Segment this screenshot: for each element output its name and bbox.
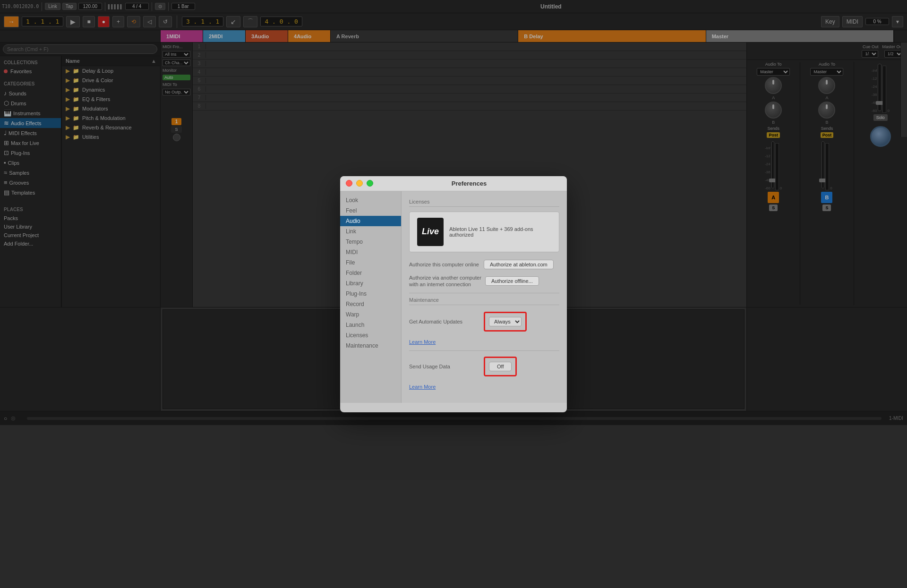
track-tab-2-midi[interactable]: 2 MIDI bbox=[203, 30, 246, 42]
pref-look[interactable]: Look bbox=[340, 195, 401, 205]
browser-item-delay[interactable]: ▶ 📁 Delay & Loop bbox=[62, 66, 160, 76]
category-midi-effects[interactable]: ♩MIDI Effects bbox=[0, 128, 61, 138]
delay-b-button[interactable]: B bbox=[821, 192, 832, 203]
zoom-dropdown[interactable]: ▾ bbox=[892, 16, 903, 27]
favorites-item[interactable]: Favorites bbox=[0, 67, 61, 76]
reverb-send-b-knob[interactable] bbox=[765, 102, 782, 119]
tap-button[interactable]: Tap bbox=[62, 3, 77, 10]
off-btn[interactable]: Off bbox=[489, 362, 512, 371]
updates-select[interactable]: Always bbox=[489, 317, 522, 326]
midi-button[interactable]: MIDI bbox=[842, 16, 863, 27]
overdub-button[interactable]: ⊙ bbox=[155, 3, 165, 10]
pref-maintenance[interactable]: Maintenance bbox=[340, 341, 401, 351]
master-fader[interactable] bbox=[878, 64, 881, 111]
pref-audio[interactable]: Audio bbox=[340, 216, 401, 226]
pref-plugins[interactable]: Plug-Ins bbox=[340, 289, 401, 299]
authorize-online-btn[interactable]: Authorize at ableton.com bbox=[484, 260, 554, 269]
midi-to-select[interactable]: No Outp... bbox=[163, 89, 190, 95]
browser-item-modulators[interactable]: ▶ 📁 Modulators bbox=[62, 104, 160, 113]
pref-midi[interactable]: MIDI bbox=[340, 247, 401, 257]
maximize-button[interactable] bbox=[367, 180, 373, 187]
authorize-offline-btn[interactable]: Authorize offline... bbox=[485, 276, 539, 286]
loop-curve[interactable]: ⌒ bbox=[243, 16, 257, 27]
s-button[interactable]: S bbox=[171, 126, 181, 133]
clip-num-button[interactable]: 1 bbox=[171, 118, 182, 125]
loop-icon-button[interactable]: ↺ bbox=[159, 16, 172, 27]
sort-icon[interactable]: ▲ bbox=[151, 58, 156, 64]
delay-post-btn[interactable]: Post bbox=[821, 132, 834, 138]
key-button[interactable]: Key bbox=[821, 16, 839, 27]
browser-item-drive[interactable]: ▶ 📁 Drive & Color bbox=[62, 76, 160, 85]
category-sounds[interactable]: ♪Sounds bbox=[0, 88, 61, 98]
close-button[interactable] bbox=[346, 180, 352, 187]
reverb-audio-to-select[interactable]: Master bbox=[757, 68, 790, 76]
reverb-post-btn[interactable]: Post bbox=[767, 132, 780, 138]
track-tab-4-audio[interactable]: 4 Audio bbox=[288, 30, 331, 42]
delay-solo-btn[interactable]: S bbox=[822, 205, 831, 211]
preferences-modal[interactable]: Preferences Look Feel Audio Link Tempo M… bbox=[340, 176, 567, 412]
play-button[interactable]: ▶ bbox=[66, 16, 80, 27]
delay-send-b-knob[interactable] bbox=[818, 102, 835, 119]
pref-feel[interactable]: Feel bbox=[340, 205, 401, 216]
place-packs[interactable]: Packs bbox=[0, 214, 61, 222]
category-plug-ins[interactable]: ⊡Plug-Ins bbox=[0, 148, 61, 158]
pref-record[interactable]: Record bbox=[340, 299, 401, 309]
place-current-project[interactable]: Current Project bbox=[0, 231, 61, 239]
pref-warp[interactable]: Warp bbox=[340, 309, 401, 320]
category-max-for-live[interactable]: ⊞Max for Live bbox=[0, 138, 61, 148]
category-instruments[interactable]: 🎹Instruments bbox=[0, 108, 61, 118]
delay-fader[interactable] bbox=[821, 141, 824, 188]
zoom-display[interactable]: 0 % bbox=[865, 18, 889, 25]
place-user-library[interactable]: User Library bbox=[0, 222, 61, 231]
master-cue-knob[interactable] bbox=[870, 126, 891, 147]
learn-more-2-link[interactable]: Learn More bbox=[409, 384, 436, 390]
pref-licenses[interactable]: Licenses bbox=[340, 330, 401, 341]
solo-label-btn[interactable]: Solo bbox=[873, 114, 888, 121]
browser-item-eq[interactable]: ▶ 📁 EQ & Filters bbox=[62, 94, 160, 104]
track-tab-master[interactable]: Master bbox=[706, 30, 894, 42]
channel-select[interactable]: Ch Cha... bbox=[163, 60, 190, 66]
delay-audio-to-select[interactable]: Master bbox=[810, 68, 843, 76]
record-button[interactable]: ● bbox=[98, 16, 110, 27]
delay-send-a-knob[interactable] bbox=[818, 77, 835, 94]
place-add-folder[interactable]: Add Folder... bbox=[0, 239, 61, 248]
loop-arrow[interactable]: ↙ bbox=[226, 16, 240, 27]
link-button[interactable]: Link bbox=[45, 3, 60, 10]
loop-button[interactable]: ⟲ bbox=[127, 16, 140, 27]
search-input[interactable] bbox=[3, 44, 157, 54]
scroll-indicator[interactable] bbox=[900, 43, 907, 137]
reverb-fader[interactable] bbox=[771, 141, 774, 188]
learn-more-1-link[interactable]: Learn More bbox=[409, 339, 436, 345]
category-audio-effects[interactable]: ≋Audio Effects bbox=[0, 118, 61, 128]
pref-launch[interactable]: Launch bbox=[340, 320, 401, 330]
pref-link[interactable]: Link bbox=[340, 226, 401, 237]
browser-item-pitch[interactable]: ▶ 📁 Pitch & Modulation bbox=[62, 113, 160, 123]
pref-folder[interactable]: Folder bbox=[340, 268, 401, 278]
reverb-solo-btn[interactable]: S bbox=[769, 205, 778, 211]
bpm-display[interactable]: 120.00 bbox=[78, 3, 102, 10]
punch-in-button[interactable]: ◁ bbox=[143, 16, 156, 27]
time-sig-display[interactable]: 4 / 4 bbox=[125, 3, 149, 10]
pref-library[interactable]: Library bbox=[340, 278, 401, 289]
browser-item-dynamics[interactable]: ▶ 📁 Dynamics bbox=[62, 85, 160, 94]
category-templates[interactable]: ▤Templates bbox=[0, 187, 61, 197]
add-button[interactable]: + bbox=[112, 16, 124, 27]
pref-tempo[interactable]: Tempo bbox=[340, 237, 401, 247]
browser-item-utilities[interactable]: ▶ 📁 Utilities bbox=[62, 132, 160, 142]
category-drums[interactable]: ⬡Drums bbox=[0, 98, 61, 108]
minimize-button[interactable] bbox=[356, 180, 363, 187]
pref-file[interactable]: File bbox=[340, 257, 401, 268]
browser-item-reverb[interactable]: ▶ 📁 Reverb & Resonance bbox=[62, 123, 160, 132]
quantize-display[interactable]: 1 Bar bbox=[171, 3, 195, 10]
category-samples[interactable]: ≈Samples bbox=[0, 168, 61, 178]
stop-button[interactable]: ■ bbox=[83, 16, 94, 27]
track-tab-delay[interactable]: B Delay bbox=[518, 30, 706, 42]
category-clips[interactable]: ▪Clips bbox=[0, 158, 61, 168]
track-tab-3-audio[interactable]: 3 Audio bbox=[246, 30, 288, 42]
arm-button[interactable] bbox=[173, 134, 180, 141]
reverb-a-button[interactable]: A bbox=[768, 192, 779, 203]
track-tab-reverb[interactable]: A Reverb bbox=[331, 30, 518, 42]
cue-out-select[interactable]: 1/2 bbox=[862, 50, 878, 58]
arrange-view-button[interactable]: → bbox=[4, 16, 19, 27]
all-ins-select[interactable]: All Ins bbox=[163, 51, 190, 58]
